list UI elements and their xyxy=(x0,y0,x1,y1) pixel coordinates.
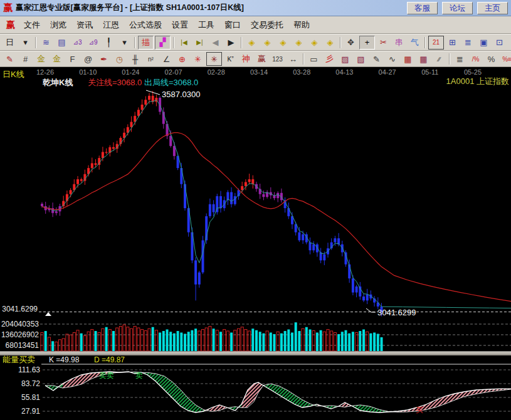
zigzag-icon[interactable]: ∿ xyxy=(385,53,399,65)
menu-item-江恩[interactable]: 江恩 xyxy=(98,19,124,31)
kd-falling-band xyxy=(188,398,196,412)
windows-globe-icon[interactable]: ⊡ xyxy=(492,36,507,49)
color-kline-icon[interactable]: ▞ xyxy=(155,36,171,50)
brush-icon[interactable]: ✎ xyxy=(3,53,17,65)
date-label: 03-14 xyxy=(250,68,268,76)
gann-gold-grid-icon[interactable]: 金 xyxy=(34,53,48,65)
gann-gold-grid2-icon[interactable]: 金 xyxy=(50,53,64,65)
volume-bar-up xyxy=(144,331,147,352)
hand-tool-icon[interactable]: ✥ xyxy=(344,36,358,49)
candle-body xyxy=(144,100,147,105)
erase-line-icon[interactable]: ✂ xyxy=(376,36,391,49)
volume-bar-up xyxy=(302,328,304,351)
volume-3-icon[interactable]: ⊿3 xyxy=(70,36,85,49)
pen-icon[interactable]: ✒ xyxy=(97,53,111,65)
target-icon[interactable]: ⊕ xyxy=(175,53,189,65)
grid-fan-icon[interactable]: ▧ xyxy=(354,53,368,65)
volume-9-icon[interactable]: ⊿9 xyxy=(86,36,100,49)
menu-item-浏览[interactable]: 浏览 xyxy=(45,19,71,31)
gann-compress-icon[interactable]: ◈ xyxy=(292,36,306,49)
percent-lines-icon[interactable]: %≡ xyxy=(500,53,511,65)
kline-period-icon[interactable]: 日 xyxy=(3,36,17,49)
kline-period-dropdown-icon[interactable]: ▾ xyxy=(18,36,33,49)
candle-body xyxy=(362,297,365,300)
axis-last-price-label: 3041.6299 xyxy=(2,305,38,313)
volume-bar-down xyxy=(377,334,379,352)
candle-body xyxy=(309,243,312,251)
percent-slope-icon[interactable]: /% xyxy=(468,53,483,65)
gann-fit-icon[interactable]: ◈ xyxy=(323,36,337,49)
select-box-icon[interactable]: ▭ xyxy=(307,53,321,65)
time-cycle-icon[interactable]: ◷ xyxy=(112,53,127,65)
print-icon[interactable]: ▥ xyxy=(508,36,511,49)
service-button[interactable]: 客服 xyxy=(407,2,438,14)
gann-center-icon[interactable]: ◈ xyxy=(307,36,322,49)
gann-shift-right-icon[interactable]: ◈ xyxy=(260,36,275,49)
menu-item-帮助[interactable]: 帮助 xyxy=(288,19,315,31)
first-page-icon[interactable]: |◀ xyxy=(177,36,191,49)
gann-expand-icon[interactable]: ◈ xyxy=(276,36,290,49)
fan-lines-icon[interactable]: 彡 xyxy=(322,53,337,65)
last-page-icon[interactable]: ▶| xyxy=(192,36,207,49)
stamp-tool-icon[interactable]: 串 xyxy=(392,36,406,49)
title-bar: 赢 赢家江恩专业版[赢家服务平台] - [上证指数 SH1A0001-107日K… xyxy=(0,0,511,16)
volume-bar-up xyxy=(83,336,86,352)
f10-info-icon[interactable]: ▤ xyxy=(55,36,69,49)
candle-body xyxy=(298,233,300,241)
dense-grid-corner-icon[interactable]: ▦ xyxy=(416,53,431,65)
square-n2-icon[interactable]: n² xyxy=(144,53,158,65)
chart-area[interactable]: 12-2601-1001-2402-0702-2803-1403-2804-13… xyxy=(0,67,511,420)
gann-web-icon[interactable]: ✳ xyxy=(191,53,205,65)
pattern-select-icon[interactable]: 描 xyxy=(138,36,154,50)
gann-web-box-icon[interactable]: ✳ xyxy=(206,52,222,66)
candle-body xyxy=(323,255,325,261)
tick-ruler-icon[interactable]: ╫ xyxy=(128,53,142,65)
menu-item-工具[interactable]: 工具 xyxy=(193,19,219,31)
thin-candle-icon[interactable]: ╿ xyxy=(102,36,116,49)
volume-bar-up xyxy=(141,330,144,352)
grid-tool-icon[interactable]: # xyxy=(18,53,33,65)
fibonacci-icon[interactable]: F xyxy=(65,53,80,65)
scale-chart-icon[interactable]: ≣ xyxy=(453,53,467,65)
forum-button[interactable]: 论坛 xyxy=(442,2,473,14)
date-label: 01-10 xyxy=(79,68,97,76)
menu-item-资讯[interactable]: 资讯 xyxy=(71,19,98,31)
menu-item-交易委托[interactable]: 交易委托 xyxy=(246,19,288,31)
next-bar-icon[interactable]: ▶ xyxy=(224,36,238,49)
candle-body xyxy=(112,147,115,149)
grid-123-icon[interactable]: 123 xyxy=(270,53,285,65)
dragon-tool-icon[interactable]: 气 xyxy=(408,36,422,49)
fan-box-icon[interactable]: ▨ xyxy=(338,53,352,65)
menu-item-公式选股[interactable]: 公式选股 xyxy=(124,19,167,31)
angle-tool-icon[interactable]: ∠ xyxy=(159,53,174,65)
dense-grid-icon[interactable]: ▦ xyxy=(401,53,415,65)
thin-candle-dropdown-icon[interactable]: ▾ xyxy=(117,36,132,49)
menu-item-设置[interactable]: 设置 xyxy=(167,19,193,31)
parallel-lines-icon[interactable]: ∕∕ xyxy=(432,53,446,65)
volume-bar-down xyxy=(173,333,176,351)
trend-overlay-icon[interactable]: ≋ xyxy=(39,36,53,49)
volume-bar-down xyxy=(80,333,83,351)
date-label: 12-26 xyxy=(36,68,54,76)
menu-item-文件[interactable]: 文件 xyxy=(19,19,45,31)
percent-icon[interactable]: % xyxy=(484,53,498,65)
shen-tool-icon[interactable]: 神 xyxy=(239,53,253,65)
home-button[interactable]: 主页 xyxy=(477,2,508,14)
crosshair-tool-icon[interactable]: + xyxy=(359,36,375,50)
prev-bar-icon[interactable]: ◀ xyxy=(208,36,223,49)
calendar-icon[interactable]: 21 xyxy=(428,36,444,50)
period-tab-label[interactable]: 日K线 xyxy=(3,70,24,79)
menu-item-窗口[interactable]: 窗口 xyxy=(219,19,246,31)
memo-icon[interactable]: ≣ xyxy=(461,36,475,49)
draw-lines-icon[interactable]: ✎ xyxy=(369,53,384,65)
width-arrows-icon[interactable]: ↔ xyxy=(286,53,300,65)
spiral-icon[interactable]: @ xyxy=(81,53,95,65)
save-icon[interactable]: ▣ xyxy=(477,36,491,49)
indicator-name-label[interactable]: 能量买卖 xyxy=(3,355,35,364)
gann-shift-left-icon[interactable]: ◈ xyxy=(245,36,259,49)
volume-bar-down xyxy=(348,333,350,351)
volume-bar-down xyxy=(191,330,193,351)
ying-tool-icon[interactable]: 赢 xyxy=(255,53,269,65)
calculator-icon[interactable]: ⊞ xyxy=(445,36,460,49)
kline-count-icon[interactable]: K” xyxy=(223,53,238,65)
